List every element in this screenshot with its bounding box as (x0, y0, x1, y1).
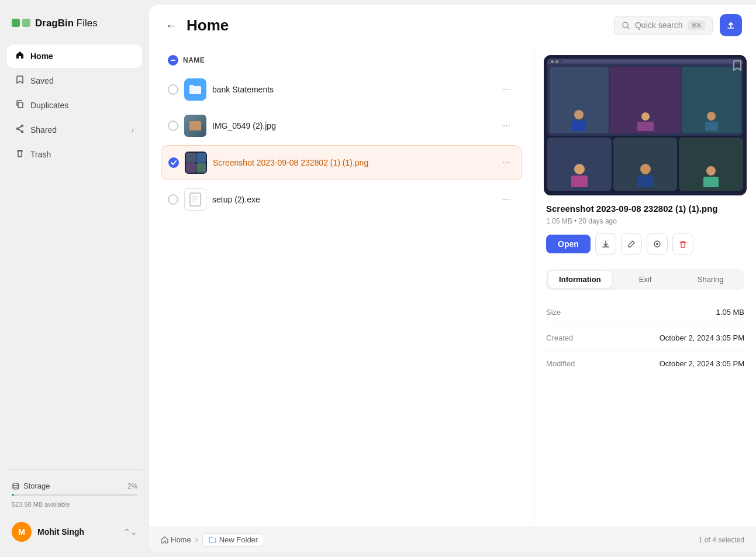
file-more-button[interactable]: ··· (498, 82, 515, 97)
home-breadcrumb-icon (161, 536, 168, 544)
svg-point-5 (17, 128, 19, 130)
file-preview (544, 55, 747, 195)
file-more-button[interactable]: ··· (498, 155, 515, 170)
share-icon (15, 124, 25, 136)
file-info-meta: 1.05 MB • 20 days ago (546, 217, 744, 225)
file-checkbox-checked[interactable] (168, 157, 179, 168)
edit-button[interactable] (621, 233, 642, 255)
trash-icon (15, 149, 25, 160)
storage-bar-fill (12, 494, 14, 496)
search-icon (622, 21, 630, 30)
tab-exif[interactable]: Exif (614, 271, 677, 288)
sidebar-item-shared[interactable]: Shared › (7, 118, 142, 142)
file-thumbnail (184, 188, 206, 211)
info-value-created: October 2, 2024 3:05 PM (660, 333, 744, 342)
deselect-icon[interactable] (168, 55, 178, 66)
info-value-size: 1.05 MB (716, 308, 744, 317)
svg-point-3 (22, 125, 23, 127)
tab-sharing[interactable]: Sharing (679, 271, 742, 288)
file-actions: Open (546, 233, 744, 255)
svg-rect-8 (190, 193, 201, 206)
new-folder-chip[interactable]: New Folder (202, 533, 264, 546)
bookmark-button[interactable] (733, 60, 742, 74)
open-button[interactable]: Open (546, 235, 591, 253)
info-label-size: Size (546, 308, 561, 317)
screenshot-thumbnail (185, 152, 207, 174)
file-checkbox[interactable] (168, 121, 178, 131)
app-name: DragBin Files (35, 18, 98, 29)
file-list-area: NAME bank Statements ··· IMG_054 (149, 46, 534, 527)
svg-point-10 (656, 243, 658, 245)
file-checkbox[interactable] (168, 194, 178, 205)
info-value-modified: October 2, 2024 3:05 PM (660, 359, 744, 368)
file-name: bank Statements (212, 85, 492, 94)
info-tabs: Information Exif Sharing (546, 269, 744, 290)
file-name: IMG_0549 (2).jpg (212, 121, 492, 130)
folder-thumbnail (184, 78, 206, 101)
file-name: Screenshot 2023-09-08 232802 (1) (1).png (213, 158, 492, 167)
file-item[interactable]: IMG_0549 (2).jpg ··· (161, 109, 522, 143)
download-button[interactable] (595, 233, 616, 255)
svg-rect-0 (12, 19, 20, 27)
upload-button[interactable] (720, 14, 742, 36)
image-thumbnail (184, 115, 206, 137)
user-profile-row[interactable]: M Mohit Singh ⌃⌄ (7, 516, 142, 548)
file-info-name: Screenshot 2023-09-08 232802 (1) (1).png (546, 202, 744, 215)
user-name: Mohit Singh (37, 527, 118, 537)
info-row-created: Created October 2, 2024 3:05 PM (546, 325, 744, 351)
app-logo: DragBin Files (7, 9, 142, 44)
copy-icon (15, 99, 25, 111)
content-split: NAME bank Statements ··· IMG_054 (149, 46, 756, 527)
sidebar: DragBin Files Home Saved Duplicates (0, 0, 149, 557)
search-shortcut: ⌘K (688, 20, 705, 30)
delete-button[interactable] (672, 233, 693, 255)
breadcrumb-home[interactable]: Home (161, 535, 191, 544)
file-name: setup (2).exe (212, 195, 492, 204)
file-item[interactable]: setup (2).exe ··· (161, 183, 522, 216)
sidebar-item-duplicates[interactable]: Duplicates (7, 94, 142, 117)
info-label-modified: Modified (546, 359, 575, 368)
back-button[interactable]: ← (163, 16, 179, 35)
tab-information[interactable]: Information (548, 271, 612, 288)
main-content: ← Home Quick search ⌘K NAME (149, 5, 756, 552)
main-header: ← Home Quick search ⌘K (149, 5, 756, 46)
file-more-button[interactable]: ··· (498, 192, 515, 207)
storage-available: 523.50 MB available (12, 501, 70, 508)
search-text: Quick search (635, 20, 683, 30)
file-list-header: NAME (161, 50, 522, 70)
sidebar-item-saved[interactable]: Saved (7, 69, 142, 92)
sidebar-item-trash[interactable]: Trash (7, 143, 142, 166)
quick-search-bar[interactable]: Quick search ⌘K (614, 16, 713, 35)
svg-point-4 (22, 131, 23, 133)
page-title: Home (187, 16, 607, 35)
copy-icon (653, 240, 661, 248)
sidebar-item-label: Saved (30, 76, 54, 85)
file-checkbox[interactable] (168, 84, 178, 95)
selection-count: 1 of 4 selected (699, 536, 744, 544)
new-folder-label: New Folder (219, 535, 258, 544)
breadcrumb: Home > New Folder (161, 533, 264, 546)
storage-icon (12, 482, 20, 490)
info-rows: Size 1.05 MB Created October 2, 2024 3:0… (534, 300, 756, 376)
svg-point-6 (13, 483, 19, 486)
delete-icon (679, 240, 687, 248)
info-row-size: Size 1.05 MB (546, 300, 744, 325)
chevron-right-icon: › (132, 126, 134, 134)
column-name-label: NAME (183, 56, 205, 64)
file-item[interactable]: bank Statements ··· (161, 73, 522, 106)
file-info-section: Screenshot 2023-09-08 232802 (1) (1).png… (534, 195, 756, 269)
info-row-modified: Modified October 2, 2024 3:05 PM (546, 351, 744, 376)
file-more-button[interactable]: ··· (498, 118, 515, 133)
home-icon (15, 50, 25, 62)
storage-bar-bg (12, 494, 137, 496)
preview-area (534, 46, 756, 195)
folder-icon (209, 537, 216, 543)
file-item-selected[interactable]: Screenshot 2023-09-08 232802 (1) (1).png… (161, 145, 522, 180)
edit-icon (627, 240, 636, 248)
sidebar-item-home[interactable]: Home (7, 44, 142, 68)
breadcrumb-separator: > (195, 536, 199, 544)
info-label-created: Created (546, 333, 573, 342)
storage-label: Storage (12, 482, 50, 490)
copy-button[interactable] (647, 233, 668, 255)
sidebar-footer: Storage 2% 523.50 MB available M Mohit S… (7, 469, 142, 548)
